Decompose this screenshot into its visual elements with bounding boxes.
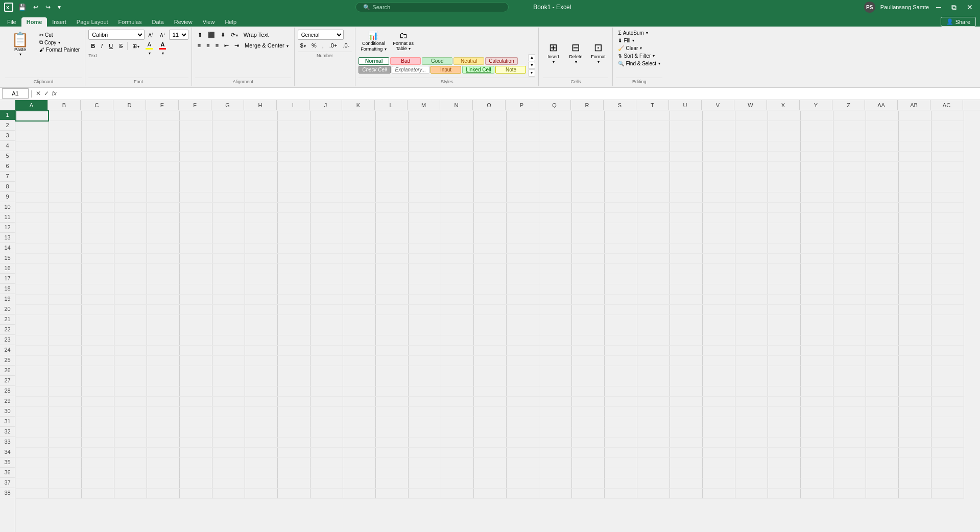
cell-A2[interactable]	[16, 121, 49, 131]
cell-I34[interactable]	[277, 448, 310, 458]
cell-U21[interactable]	[670, 315, 702, 325]
row-num-37[interactable]: 37	[0, 478, 15, 488]
cell-Z10[interactable]	[833, 203, 866, 213]
cell-G26[interactable]	[212, 366, 245, 376]
cell-W30[interactable]	[735, 407, 768, 417]
row-num-14[interactable]: 14	[0, 243, 15, 253]
cell-U8[interactable]	[670, 182, 702, 192]
col-header-A[interactable]: A	[15, 100, 48, 110]
cell-N34[interactable]	[441, 448, 473, 458]
cell-X6[interactable]	[768, 162, 800, 172]
cell-X17[interactable]	[768, 274, 800, 284]
cell-AC28[interactable]	[931, 386, 964, 397]
cell-I5[interactable]	[277, 152, 310, 162]
cell-AA22[interactable]	[866, 325, 898, 335]
cell-AB17[interactable]	[898, 274, 931, 284]
cell-AA16[interactable]	[866, 264, 898, 274]
cell-C12[interactable]	[81, 223, 114, 233]
cell-N29[interactable]	[441, 397, 473, 407]
cell-D29[interactable]	[114, 397, 147, 407]
cell-L21[interactable]	[375, 315, 408, 325]
cell-P11[interactable]	[506, 213, 539, 223]
cell-S9[interactable]	[604, 192, 637, 203]
cell-T35[interactable]	[637, 458, 670, 468]
cell-X23[interactable]	[768, 335, 800, 346]
cell-F18[interactable]	[179, 284, 212, 295]
cell-M29[interactable]	[408, 397, 441, 407]
cell-B35[interactable]	[49, 458, 81, 468]
cell-AB4[interactable]	[898, 141, 931, 152]
cell-E11[interactable]	[147, 213, 179, 223]
tab-help[interactable]: Help	[220, 17, 242, 27]
cell-F37[interactable]	[179, 478, 212, 489]
cell-X22[interactable]	[768, 325, 800, 335]
cell-G20[interactable]	[212, 305, 245, 315]
cell-AB7[interactable]	[898, 172, 931, 182]
cell-G24[interactable]	[212, 346, 245, 356]
cell-I20[interactable]	[277, 305, 310, 315]
cell-G38[interactable]	[212, 489, 245, 499]
cell-A12[interactable]	[16, 223, 49, 233]
cell-W8[interactable]	[735, 182, 768, 192]
cell-Z23[interactable]	[833, 335, 866, 346]
cell-AB18[interactable]	[898, 284, 931, 295]
comma-btn[interactable]: ,	[320, 40, 326, 51]
cell-AA23[interactable]	[866, 335, 898, 346]
cell-AA34[interactable]	[866, 448, 898, 458]
cell-V4[interactable]	[702, 141, 735, 152]
cell-J29[interactable]	[310, 397, 343, 407]
cell-D13[interactable]	[114, 233, 147, 244]
cell-AC3[interactable]	[931, 131, 964, 141]
cell-AB35[interactable]	[898, 458, 931, 468]
cell-V3[interactable]	[702, 131, 735, 141]
cell-X29[interactable]	[768, 397, 800, 407]
cell-AA33[interactable]	[866, 438, 898, 448]
row-num-28[interactable]: 28	[0, 386, 15, 396]
cell-AC32[interactable]	[931, 427, 964, 438]
cell-K36[interactable]	[343, 468, 375, 478]
cell-E4[interactable]	[147, 141, 179, 152]
cell-AC37[interactable]	[931, 478, 964, 489]
cell-T8[interactable]	[637, 182, 670, 192]
right-align-btn[interactable]: ≡	[213, 40, 221, 51]
cell-A19[interactable]	[16, 295, 49, 305]
cell-V16[interactable]	[702, 264, 735, 274]
cell-R33[interactable]	[571, 438, 604, 448]
cell-D14[interactable]	[114, 244, 147, 254]
left-align-btn[interactable]: ≡	[195, 40, 203, 51]
cell-X18[interactable]	[768, 284, 800, 295]
format-table-btn[interactable]: 🗂 Format asTable ▾	[391, 30, 416, 53]
row-num-35[interactable]: 35	[0, 457, 15, 468]
cell-B6[interactable]	[49, 162, 81, 172]
cell-C36[interactable]	[81, 468, 114, 478]
cell-O32[interactable]	[473, 427, 506, 438]
cell-Z15[interactable]	[833, 254, 866, 264]
cell-F12[interactable]	[179, 223, 212, 233]
cell-AA20[interactable]	[866, 305, 898, 315]
cell-F27[interactable]	[179, 376, 212, 386]
cell-M1[interactable]	[408, 111, 441, 121]
cell-Y23[interactable]	[800, 335, 833, 346]
cell-Y5[interactable]	[800, 152, 833, 162]
cell-G22[interactable]	[212, 325, 245, 335]
cell-U13[interactable]	[670, 233, 702, 244]
cell-Q28[interactable]	[539, 386, 571, 397]
cell-S30[interactable]	[604, 407, 637, 417]
cell-H21[interactable]	[245, 315, 277, 325]
col-header-L[interactable]: L	[375, 100, 408, 110]
cell-AC1[interactable]	[931, 111, 964, 121]
cell-AB15[interactable]	[898, 254, 931, 264]
cell-A38[interactable]	[16, 489, 49, 499]
styles-scroll-up[interactable]: ▲	[528, 54, 535, 61]
cell-Z17[interactable]	[833, 274, 866, 284]
insert-btn[interactable]: ⊞ Insert ▾	[543, 39, 563, 67]
cell-AC12[interactable]	[931, 223, 964, 233]
cell-W37[interactable]	[735, 478, 768, 489]
cell-S15[interactable]	[604, 254, 637, 264]
cell-Y34[interactable]	[800, 448, 833, 458]
cell-R38[interactable]	[571, 489, 604, 499]
cell-AC11[interactable]	[931, 213, 964, 223]
cell-A29[interactable]	[16, 397, 49, 407]
cell-B12[interactable]	[49, 223, 81, 233]
cell-D24[interactable]	[114, 346, 147, 356]
